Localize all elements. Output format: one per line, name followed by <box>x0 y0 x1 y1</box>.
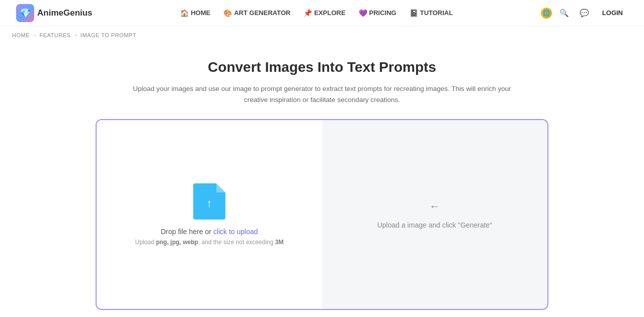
logo-icon: 💎 <box>16 4 34 22</box>
click-to-upload-link[interactable]: click to upload <box>213 228 258 236</box>
breadcrumb-features[interactable]: FEATURES <box>40 32 71 38</box>
art-icon: 🎨 <box>223 9 232 17</box>
logo-text: AnimeGenius <box>37 8 93 18</box>
nav-links: 🏠 HOME 🎨 ART GENERATOR 📌 EXPLORE 💜 PRICI… <box>175 6 458 20</box>
upload-file-icon: ↑ <box>193 183 225 220</box>
nav-tutorial[interactable]: 📓 TUTORIAL <box>405 6 458 20</box>
breadcrumb: HOME → FEATURES → IMAGE TO PROMPT <box>0 26 644 44</box>
upload-hint: Upload png, jpg, webp, and the size not … <box>135 239 284 246</box>
hint-size: 3M <box>275 239 284 246</box>
upload-arrow-icon: ↑ <box>207 198 212 209</box>
hint-before: Upload <box>135 239 156 246</box>
nav-home[interactable]: 🏠 HOME <box>175 6 215 20</box>
nav-home-label: HOME <box>191 9 210 17</box>
explore-icon: 📌 <box>303 9 312 17</box>
home-icon: 🏠 <box>180 9 189 17</box>
pricing-icon: 💜 <box>359 9 367 17</box>
nav-pricing-label: PRICING <box>369 9 396 17</box>
nav-right: 🌐 🔍 💬 LOGIN <box>541 6 628 21</box>
language-icon[interactable]: 🌐 <box>541 8 552 19</box>
nav-explore[interactable]: 📌 EXPLORE <box>298 6 350 20</box>
upload-preview-area: ← Upload a image and click "Generate" <box>322 120 547 309</box>
upload-right-text: Upload a image and click "Generate" <box>377 221 493 229</box>
drop-text-before: Drop file here or <box>161 228 213 236</box>
hint-middle: , and the size not exceeding <box>198 239 275 246</box>
main-content: Convert Images Into Text Prompts Upload … <box>0 44 644 317</box>
hint-formats: png, jpg, webp <box>156 239 198 246</box>
breadcrumb-home[interactable]: HOME <box>12 32 30 38</box>
upload-file-icon-wrap: ↑ <box>193 183 225 220</box>
search-icon[interactable]: 🔍 <box>557 6 572 21</box>
upload-container: ↑ Drop file here or click to upload Uplo… <box>96 119 548 310</box>
nav-explore-label: EXPLORE <box>314 9 345 17</box>
nav-pricing[interactable]: 💜 PRICING <box>354 6 401 20</box>
breadcrumb-sep1: → <box>32 32 38 38</box>
nav-art-generator[interactable]: 🎨 ART GENERATOR <box>218 6 295 20</box>
upload-dropzone[interactable]: ↑ Drop file here or click to upload Uplo… <box>97 120 322 309</box>
breadcrumb-sep2: → <box>72 32 78 38</box>
login-button[interactable]: LOGIN <box>597 6 628 20</box>
nav-tutorial-label: TUTORIAL <box>420 9 453 17</box>
breadcrumb-current: IMAGE TO PROMPT <box>80 32 136 38</box>
tutorial-icon: 📓 <box>410 9 418 17</box>
logo[interactable]: 💎 AnimeGenius <box>16 4 93 22</box>
drop-text: Drop file here or click to upload <box>161 228 258 236</box>
navbar: 💎 AnimeGenius 🏠 HOME 🎨 ART GENERATOR 📌 E… <box>0 0 644 26</box>
nav-art-label: ART GENERATOR <box>234 9 290 17</box>
page-title: Convert Images Into Text Prompts <box>16 59 628 75</box>
page-description: Upload your images and use our image to … <box>126 83 518 105</box>
discord-icon[interactable]: 💬 <box>577 6 592 21</box>
arrow-left-icon: ← <box>429 200 440 213</box>
